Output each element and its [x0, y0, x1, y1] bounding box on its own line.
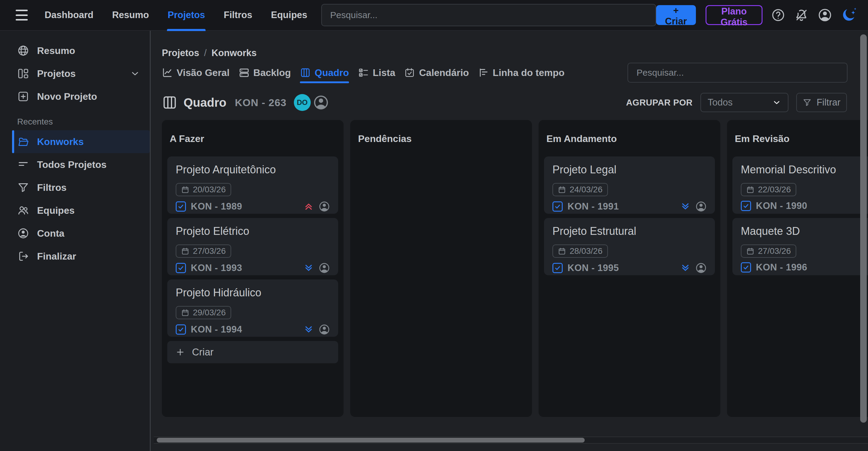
user-avatar-icon[interactable] [817, 7, 832, 23]
filter-button[interactable]: Filtrar [796, 93, 847, 112]
sidebar-item-label: Novo Projeto [37, 91, 97, 102]
sidebar-section-recentes: Recentes [0, 117, 150, 127]
horizontal-scrollbar [154, 437, 868, 444]
tab-linha-do-tempo[interactable]: Linha do tempo [478, 67, 564, 79]
calendar-icon [181, 309, 189, 317]
column-title: Pendências [358, 133, 527, 144]
nav-link-filtros[interactable]: Filtros [224, 0, 252, 30]
breadcrumb-projetos[interactable]: Projetos [162, 48, 199, 59]
avatar-person-icon[interactable] [313, 94, 330, 111]
card-maquete-3d[interactable]: Maquete 3D 27/03/26 KON - 1996 [733, 218, 868, 275]
chevron-down-icon [130, 68, 140, 79]
sidebar-item-equipes[interactable]: Equipes [12, 199, 150, 222]
avatar-do[interactable]: DO [294, 94, 311, 111]
group-by-select[interactable]: Todos [701, 93, 788, 112]
card-title: Projeto Elétrico [176, 225, 330, 237]
plus-square-icon [17, 90, 29, 102]
task-checkbox[interactable] [741, 262, 751, 273]
user-circle-icon [17, 227, 29, 239]
view-tabs: Visão Geral Backlog Quadro Lista Calendá… [162, 63, 868, 83]
top-navbar: Dashboard Resumo Projetos Filtros Equipe… [0, 0, 868, 31]
tab-backlog[interactable]: Backlog [239, 67, 291, 79]
due-date-chip: 27/03/26 [741, 244, 796, 258]
assignee-avatar-icon[interactable] [318, 201, 330, 213]
nav-link-dashboard[interactable]: Dashboard [44, 0, 93, 30]
dark-mode-moon-icon[interactable] [841, 7, 857, 23]
horizontal-scrollbar-thumb[interactable] [157, 438, 585, 443]
sidebar-item-konworks[interactable]: Konworks [12, 130, 150, 153]
global-search-input[interactable] [321, 4, 656, 26]
task-checkbox[interactable] [176, 324, 186, 335]
task-key: KON - 1989 [191, 201, 242, 212]
card-title: Projeto Hidráulico [176, 287, 330, 299]
nav-link-resumo[interactable]: Resumo [112, 0, 149, 30]
board-search-input[interactable] [627, 63, 847, 83]
column-title: Em Andamento [547, 133, 715, 144]
breadcrumb-konworks[interactable]: Konworks [212, 48, 257, 59]
sidebar-item-label: Filtros [37, 182, 67, 193]
sidebar-item-filtros[interactable]: Filtros [12, 176, 150, 199]
help-icon[interactable] [771, 7, 785, 23]
task-key: KON - 1993 [191, 263, 242, 273]
board-key: KON - 263 [235, 97, 287, 109]
tab-calendario[interactable]: Calendário [404, 67, 469, 79]
task-checkbox[interactable] [176, 263, 186, 273]
sidebar-item-label: Conta [37, 228, 64, 239]
create-card-button[interactable]: Criar [167, 341, 338, 363]
due-date-chip: 22/03/26 [741, 183, 796, 196]
nav-link-projetos[interactable]: Projetos [167, 0, 205, 30]
layout-icon [17, 67, 29, 80]
task-key: KON - 1991 [567, 201, 619, 212]
board-toolbar: Quadro KON - 263 DO AGRUPAR POR Todos Fi… [162, 93, 868, 112]
priority-lowest-icon [680, 201, 691, 212]
task-checkbox[interactable] [553, 263, 563, 273]
due-date-chip: 24/03/26 [553, 183, 608, 196]
tab-lista[interactable]: Lista [358, 67, 396, 79]
navbar-actions: + Criar Plano Grátis [656, 5, 857, 25]
card-projeto-estrutural[interactable]: Projeto Estrutural 28/03/26 KON - 1995 [544, 218, 715, 275]
sidebar-item-resumo[interactable]: Resumo [12, 39, 150, 62]
card-title: Projeto Legal [553, 164, 707, 176]
assignee-avatar-icon[interactable] [695, 262, 707, 274]
funnel-icon [803, 98, 812, 107]
board-columns-icon [300, 67, 311, 78]
board-columns-icon [162, 95, 178, 110]
task-checkbox[interactable] [176, 201, 186, 212]
tab-quadro[interactable]: Quadro [300, 67, 349, 79]
assignee-avatar-icon[interactable] [318, 324, 330, 335]
stack-icon [239, 67, 250, 78]
vertical-scrollbar-thumb[interactable] [860, 34, 867, 423]
nav-link-equipes[interactable]: Equipes [271, 0, 307, 30]
plan-badge-button[interactable]: Plano Grátis [706, 5, 763, 25]
breadcrumb-separator: / [204, 48, 207, 59]
sidebar-item-todos-projetos[interactable]: Todos Projetos [12, 153, 150, 176]
hamburger-menu-icon[interactable] [16, 10, 28, 21]
assignee-avatar-icon[interactable] [318, 262, 330, 274]
users-icon [17, 204, 29, 216]
task-checkbox[interactable] [741, 201, 751, 211]
sidebar-item-finalizar[interactable]: Finalizar [12, 245, 150, 268]
sidebar-item-projetos[interactable]: Projetos [12, 62, 150, 85]
calendar-icon [181, 186, 189, 194]
card-memorial-descritivo[interactable]: Memorial Descritivo 22/03/26 KON - 1990 [733, 156, 868, 214]
due-date-chip: 27/03/26 [176, 244, 231, 258]
column-pendencias: Pendências [350, 120, 532, 417]
column-em-revisao: Em Revisão Memorial Descritivo 22/03/26 … [727, 120, 868, 417]
plus-icon [176, 348, 185, 357]
create-button[interactable]: + Criar [656, 5, 696, 25]
board-controls: AGRUPAR POR Todos Filtrar [626, 93, 847, 112]
tab-visao-geral[interactable]: Visão Geral [162, 67, 230, 79]
card-projeto-eletrico[interactable]: Projeto Elétrico 27/03/26 KON - 1993 [167, 218, 338, 275]
card-projeto-arquitetonico[interactable]: Projeto Arquitetônico 20/03/26 KON - 198… [167, 156, 338, 214]
list-icon [17, 158, 29, 171]
assignee-avatar-icon[interactable] [695, 201, 707, 213]
card-projeto-hidraulico[interactable]: Projeto Hidráulico 29/03/26 KON - 1994 [167, 279, 338, 337]
sidebar-item-conta[interactable]: Conta [12, 222, 150, 245]
page-title: Quadro [184, 96, 226, 110]
task-checkbox[interactable] [553, 201, 563, 212]
sidebar-item-novo-projeto[interactable]: Novo Projeto [12, 85, 150, 108]
sidebar-item-label: Equipes [37, 205, 74, 216]
notifications-muted-icon[interactable] [794, 7, 809, 23]
task-key: KON - 1994 [191, 324, 242, 335]
card-projeto-legal[interactable]: Projeto Legal 24/03/26 KON - 1991 [544, 156, 715, 214]
